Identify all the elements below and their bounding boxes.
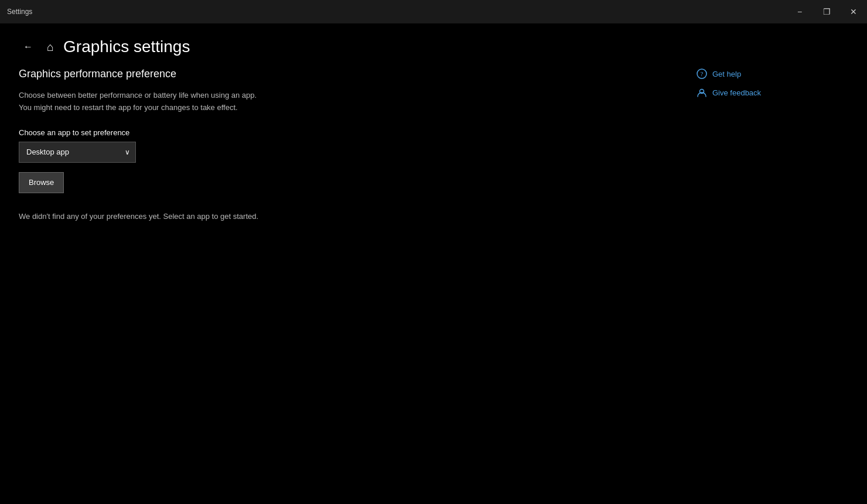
app-type-dropdown[interactable]: Desktop app Microsoft Store app bbox=[19, 142, 136, 163]
get-help-label: Get help bbox=[712, 70, 741, 78]
help-icon: ? bbox=[696, 68, 708, 80]
section-desc: Choose between better performance or bat… bbox=[19, 90, 696, 114]
give-feedback-label: Give feedback bbox=[712, 88, 761, 97]
dropdown-label: Choose an app to set preference bbox=[19, 128, 696, 137]
dropdown-wrapper: Desktop app Microsoft Store app ∨ bbox=[19, 142, 696, 163]
page-title: Graphics settings bbox=[63, 37, 190, 56]
back-icon: ← bbox=[23, 42, 33, 52]
content-left: Graphics performance preference Choose b… bbox=[19, 68, 696, 221]
minimize-button[interactable]: − bbox=[786, 0, 813, 23]
maximize-button[interactable]: ❐ bbox=[813, 0, 840, 23]
get-help-link[interactable]: ? Get help bbox=[696, 68, 741, 80]
title-bar-controls: − ❐ ✕ bbox=[786, 0, 867, 23]
close-button[interactable]: ✕ bbox=[840, 0, 867, 23]
home-icon: ⌂ bbox=[47, 40, 54, 54]
back-button[interactable]: ← bbox=[19, 37, 37, 56]
page-header: ← ⌂ Graphics settings bbox=[0, 23, 867, 68]
title-bar: Settings − ❐ ✕ bbox=[0, 0, 867, 23]
content-right: ? Get help Give feedback bbox=[696, 68, 848, 221]
title-bar-left: Settings bbox=[7, 8, 32, 16]
desc-line1: Choose between better performance or bat… bbox=[19, 91, 257, 100]
feedback-icon bbox=[696, 87, 708, 98]
app-title: Settings bbox=[7, 8, 32, 16]
desc-line2: You might need to restart the app for yo… bbox=[19, 103, 238, 112]
app-type-dropdown-container[interactable]: Desktop app Microsoft Store app ∨ bbox=[19, 142, 136, 163]
main-content: Graphics performance preference Choose b… bbox=[0, 68, 867, 221]
section-title: Graphics performance preference bbox=[19, 68, 696, 80]
give-feedback-link[interactable]: Give feedback bbox=[696, 87, 761, 98]
empty-state-message: We didn't find any of your preferences y… bbox=[19, 212, 696, 221]
browse-button[interactable]: Browse bbox=[19, 172, 64, 193]
svg-text:?: ? bbox=[701, 70, 704, 77]
